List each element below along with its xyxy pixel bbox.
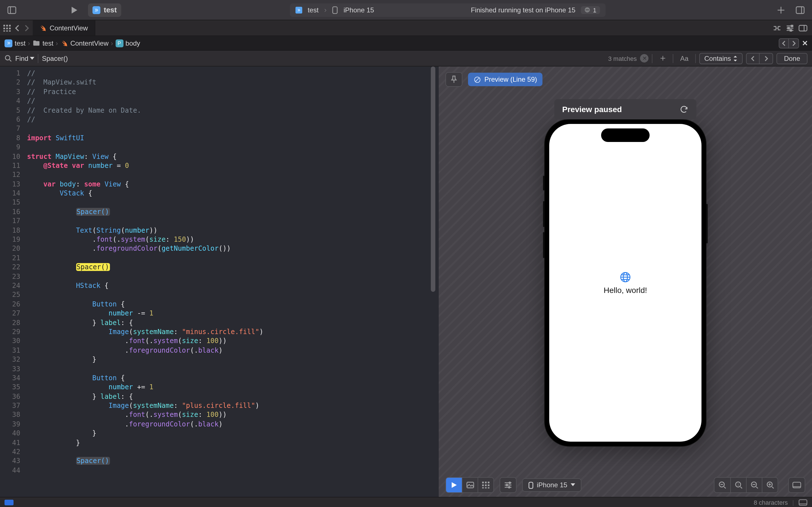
svg-rect-49 xyxy=(488,487,490,489)
svg-line-59 xyxy=(724,487,726,489)
library-button[interactable] xyxy=(793,3,808,17)
device-settings-button[interactable] xyxy=(500,477,516,493)
svg-point-29 xyxy=(5,55,10,60)
breadcrumb-item[interactable]: P body xyxy=(115,39,140,47)
svg-rect-18 xyxy=(9,30,11,31)
case-sensitive-toggle[interactable]: Aa xyxy=(677,54,692,62)
stepper-icon xyxy=(733,55,738,61)
zoom-out-button[interactable] xyxy=(714,478,730,492)
nav-back-button[interactable] xyxy=(15,24,20,31)
chevron-right-icon: › xyxy=(111,39,113,47)
breadcrumb-item[interactable]: test xyxy=(33,39,54,47)
zoom-controls: 1 xyxy=(714,477,778,493)
breadcrumb-item[interactable]: ContentView xyxy=(60,39,109,47)
svg-rect-12 xyxy=(9,24,11,26)
issues-count: 1 xyxy=(593,6,596,13)
clear-find-button[interactable]: ✕ xyxy=(640,54,649,62)
svg-marker-32 xyxy=(734,55,737,57)
review-changes-icon[interactable] xyxy=(772,24,781,31)
jump-bar: test › test › ContentView › P body xyxy=(0,36,812,51)
code-editor[interactable]: 1234567891011121314151617181920212223242… xyxy=(0,66,439,497)
svg-rect-45 xyxy=(485,485,487,486)
svg-rect-24 xyxy=(790,29,792,31)
svg-rect-74 xyxy=(799,499,807,505)
svg-rect-5 xyxy=(586,10,589,10)
preview-mode-group xyxy=(446,477,494,493)
breadcrumb-label: body xyxy=(125,39,140,47)
dynamic-island xyxy=(601,128,650,142)
app-icon xyxy=(4,39,12,47)
preview-canvas: Preview (Line 59) Preview paused Hello, … xyxy=(439,66,812,497)
svg-line-69 xyxy=(772,487,773,489)
live-preview-button[interactable] xyxy=(446,478,462,492)
activity-status-bar[interactable]: test › iPhone 15 Finished running test o… xyxy=(290,3,605,17)
editor-scrollbar[interactable] xyxy=(430,66,437,497)
next-issue-button[interactable] xyxy=(789,38,799,48)
scheme-selector[interactable]: test xyxy=(88,3,121,17)
svg-rect-47 xyxy=(482,487,484,489)
breadcrumb-item[interactable]: test xyxy=(4,39,26,47)
editor-tab-bar: ContentView xyxy=(0,20,812,36)
svg-rect-11 xyxy=(6,24,8,26)
find-prev-button[interactable] xyxy=(746,53,760,64)
code-area[interactable]: //// MapView.swift// Practice//// Create… xyxy=(25,66,439,497)
window-toolbar: test test › iPhone 15 Finished running t… xyxy=(0,0,812,20)
adjust-editor-options-icon[interactable] xyxy=(786,24,794,31)
find-input[interactable]: Spacer() xyxy=(42,53,605,63)
device-screen[interactable]: Hello, world! xyxy=(549,124,702,442)
preview-paused-banner: Preview paused xyxy=(554,99,696,119)
add-assistant-editor-icon[interactable] xyxy=(799,24,808,31)
selectable-preview-button[interactable] xyxy=(462,478,477,492)
svg-rect-10 xyxy=(3,24,5,26)
add-button[interactable] xyxy=(774,3,788,17)
nav-forward-button[interactable] xyxy=(24,24,29,31)
svg-rect-0 xyxy=(8,6,16,13)
add-find-condition-button[interactable]: ＋ xyxy=(656,52,670,64)
app-icon xyxy=(295,6,302,13)
editor-tab[interactable]: ContentView xyxy=(33,20,95,36)
swift-file-icon xyxy=(60,39,68,47)
svg-rect-3 xyxy=(333,6,338,13)
svg-rect-42 xyxy=(485,482,487,483)
svg-line-65 xyxy=(756,487,758,489)
prev-issue-button[interactable] xyxy=(779,38,789,48)
toggle-debug-area-button[interactable] xyxy=(799,499,808,506)
svg-marker-57 xyxy=(571,483,575,486)
svg-rect-17 xyxy=(6,30,8,31)
selection-status: 8 characters xyxy=(754,499,788,506)
svg-rect-16 xyxy=(3,30,5,31)
hello-world-label: Hello, world! xyxy=(604,286,647,295)
preview-device-selector[interactable]: iPhone 15 xyxy=(522,478,581,492)
folder-icon xyxy=(33,39,40,47)
zoom-fit-button[interactable]: 1 xyxy=(730,478,746,492)
chevron-right-icon: › xyxy=(56,39,58,47)
close-issue-button[interactable] xyxy=(802,41,808,46)
canvas-background-button[interactable] xyxy=(788,477,805,493)
svg-rect-22 xyxy=(791,25,793,26)
zoom-actual-button[interactable] xyxy=(746,478,762,492)
breadcrumb-label: ContentView xyxy=(70,39,109,47)
toggle-left-sidebar-button[interactable] xyxy=(4,3,19,17)
run-button[interactable] xyxy=(66,3,81,17)
variants-preview-button[interactable] xyxy=(477,478,493,492)
find-mode-selector[interactable]: Find xyxy=(15,54,35,62)
zoom-in-button[interactable] xyxy=(762,478,777,492)
svg-text:1: 1 xyxy=(737,483,739,486)
related-items-icon[interactable] xyxy=(3,24,11,31)
chevron-right-icon: › xyxy=(324,6,327,14)
preview-pill[interactable]: Preview (Line 59) xyxy=(468,73,543,86)
chevron-right-icon: › xyxy=(28,39,30,47)
issues-badge[interactable]: 1 xyxy=(581,6,600,14)
svg-rect-25 xyxy=(799,25,807,31)
find-done-button[interactable]: Done xyxy=(777,53,808,64)
pin-preview-button[interactable] xyxy=(446,72,462,87)
refresh-preview-button[interactable] xyxy=(679,105,689,114)
match-mode-selector[interactable]: Contains xyxy=(699,53,743,64)
find-next-button[interactable] xyxy=(760,53,773,64)
debug-indicator[interactable] xyxy=(4,499,13,505)
find-bar: Find Spacer() 3 matches ✕ ＋ Aa Contains … xyxy=(0,51,812,66)
line-number-gutter: 1234567891011121314151617181920212223242… xyxy=(0,66,25,497)
svg-rect-44 xyxy=(482,485,484,486)
globe-icon xyxy=(619,271,631,283)
svg-point-55 xyxy=(508,487,510,488)
